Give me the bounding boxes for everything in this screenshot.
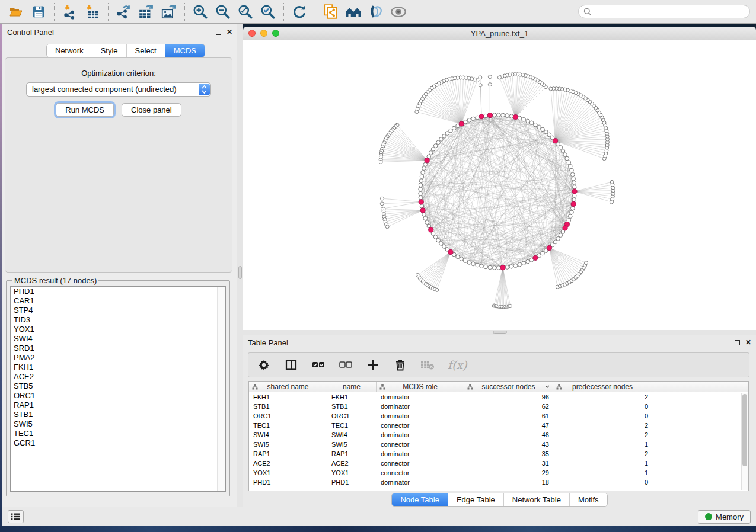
network-node[interactable] <box>423 216 428 220</box>
network-node[interactable] <box>442 245 446 249</box>
network-node[interactable] <box>488 75 492 79</box>
table-cell[interactable]: 1 <box>553 459 652 468</box>
annotation-button[interactable] <box>365 2 387 22</box>
network-hub-node[interactable] <box>429 227 433 232</box>
table-cell[interactable]: FKH1 <box>327 392 377 402</box>
list-item[interactable]: STB5 <box>11 382 225 391</box>
network-node[interactable] <box>471 262 476 266</box>
table-cell[interactable]: dominator <box>377 477 464 487</box>
network-node[interactable] <box>544 130 548 134</box>
list-item[interactable]: PMA2 <box>11 353 225 363</box>
close-panel-icon[interactable]: ✕ <box>745 339 751 346</box>
network-hub-node[interactable] <box>513 114 518 119</box>
network-node[interactable] <box>419 187 423 191</box>
column-header[interactable]: successor nodes <box>464 382 553 392</box>
network-hub-node[interactable] <box>459 121 464 126</box>
table-cell[interactable]: 0 <box>553 402 652 411</box>
table-cell[interactable]: 0 <box>553 477 652 487</box>
tab-motifs[interactable]: Motifs <box>569 493 607 506</box>
table-cell[interactable]: TEC1 <box>249 421 327 430</box>
network-node[interactable] <box>456 255 460 259</box>
table-cell[interactable]: 2 <box>553 430 652 440</box>
table-row[interactable]: FKH1FKH1dominator962 <box>249 392 748 402</box>
list-item[interactable]: ACE2 <box>11 372 225 382</box>
optimization-criterion-select[interactable]: largest connected component (undirected) <box>26 82 211 97</box>
network-node[interactable] <box>419 179 423 183</box>
network-node[interactable] <box>449 129 453 133</box>
table-cell[interactable]: ACE2 <box>249 459 327 468</box>
table-cell[interactable]: connector <box>377 421 464 430</box>
network-node[interactable] <box>518 116 522 120</box>
network-node[interactable] <box>529 121 534 125</box>
network-hub-node[interactable] <box>448 249 453 254</box>
network-node[interactable] <box>463 259 467 263</box>
network-node[interactable] <box>509 265 513 269</box>
network-node[interactable] <box>380 202 384 206</box>
list-item[interactable]: STP4 <box>11 306 225 315</box>
settings-gear-icon[interactable] <box>257 358 271 372</box>
network-node[interactable] <box>541 251 545 255</box>
table-cell[interactable]: 46 <box>464 430 553 440</box>
network-hub-node[interactable] <box>420 208 425 213</box>
table-cell[interactable]: 1 <box>553 440 652 449</box>
table-cell[interactable]: SWI5 <box>327 440 377 449</box>
select-all-columns-icon[interactable] <box>311 358 326 372</box>
network-node[interactable] <box>419 196 423 200</box>
zoom-out-button[interactable] <box>212 2 234 22</box>
table-cell[interactable]: dominator <box>377 392 464 402</box>
network-node[interactable] <box>381 197 384 200</box>
mcds-result-list[interactable]: PHD1CAR1STP4TID3YOX1SWI4SRD1PMA2FKH1ACE2… <box>10 286 226 492</box>
network-node[interactable] <box>610 180 614 184</box>
table-scrollbar-thumb[interactable] <box>742 394 747 466</box>
network-node[interactable] <box>479 84 482 87</box>
table-cell[interactable]: dominator <box>377 402 464 411</box>
import-network-button[interactable] <box>59 2 81 22</box>
table-row[interactable]: ORC1ORC1dominator610 <box>249 411 748 421</box>
run-mcds-button[interactable]: Run MCDS <box>56 103 114 117</box>
table-cell[interactable]: 18 <box>464 477 553 487</box>
table-row[interactable]: SWI5SWI5connector431 <box>249 440 748 449</box>
network-node[interactable] <box>505 265 509 270</box>
zoom-fit-button[interactable] <box>234 2 257 22</box>
zoom-in-button[interactable] <box>189 2 212 22</box>
table-cell[interactable]: connector <box>377 468 464 477</box>
table-cell[interactable]: 43 <box>464 440 553 449</box>
column-header[interactable]: MCDS role <box>377 382 464 392</box>
export-image-button[interactable] <box>158 2 180 22</box>
table-row[interactable]: STB1STB1dominator620 <box>249 402 748 411</box>
tab-network[interactable]: Network <box>47 44 92 57</box>
network-node[interactable] <box>559 233 563 238</box>
table-cell[interactable]: ORC1 <box>249 411 327 421</box>
network-node[interactable] <box>570 172 575 177</box>
network-node[interactable] <box>509 114 513 118</box>
network-node[interactable] <box>526 119 530 123</box>
table-cell[interactable]: connector <box>377 459 464 468</box>
network-node[interactable] <box>553 240 557 244</box>
network-node[interactable] <box>497 266 501 270</box>
table-row[interactable]: YOX1YOX1connector291 <box>249 468 748 477</box>
network-hub-node[interactable] <box>500 265 505 270</box>
tab-edge-table[interactable]: Edge Table <box>448 493 503 506</box>
network-node[interactable] <box>488 265 492 270</box>
list-item[interactable]: PHD1 <box>11 287 225 296</box>
list-item[interactable]: RAP1 <box>11 400 225 410</box>
table-cell[interactable]: 31 <box>464 459 553 468</box>
network-node[interactable] <box>569 164 573 168</box>
network-hub-node[interactable] <box>572 189 577 194</box>
delete-column-icon[interactable] <box>393 358 407 372</box>
network-node[interactable] <box>433 144 438 148</box>
export-table-button[interactable] <box>135 2 158 22</box>
table-scrollbar[interactable] <box>741 393 748 490</box>
network-node[interactable] <box>439 242 444 246</box>
network-node[interactable] <box>488 83 492 86</box>
network-node[interactable] <box>379 160 382 164</box>
network-node[interactable] <box>572 177 576 181</box>
network-node[interactable] <box>415 110 419 114</box>
list-item[interactable]: SRD1 <box>11 344 225 353</box>
horizontal-splitter[interactable] <box>243 330 756 335</box>
network-node[interactable] <box>433 235 438 239</box>
table-cell[interactable]: 61 <box>464 411 553 421</box>
network-node[interactable] <box>421 171 425 175</box>
table-cell[interactable]: PHD1 <box>249 477 327 487</box>
network-node[interactable] <box>467 118 471 123</box>
